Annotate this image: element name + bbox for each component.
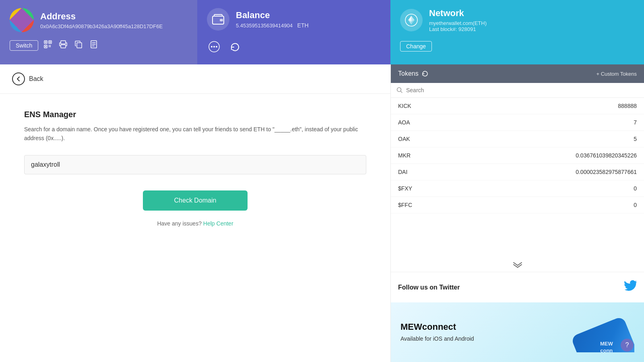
svg-rect-4 (50, 41, 51, 43)
token-name: OAK (398, 136, 410, 142)
svg-point-18 (213, 46, 215, 48)
network-site: myetherwallet.com(ETH) (429, 20, 487, 26)
token-name: $FXY (398, 185, 412, 192)
svg-rect-15 (220, 19, 223, 21)
svg-marker-22 (411, 16, 415, 21)
mewconnect-title: MEWconnect (400, 322, 474, 332)
switch-button[interactable]: Switch (10, 40, 38, 51)
token-search-input[interactable] (406, 87, 638, 93)
ens-description: Search for a domain name. Once you have … (24, 125, 366, 143)
token-value: 0 (634, 185, 637, 192)
refresh-icon[interactable] (228, 40, 242, 56)
domain-input[interactable] (24, 155, 366, 174)
token-list: KICK888888AOA7OAK5MKR0.03676103982034522… (391, 98, 644, 257)
svg-point-17 (211, 46, 213, 48)
network-info: Network myetherwallet.com(ETH) Last bloc… (429, 8, 487, 32)
tokens-title: Tokens (398, 70, 428, 77)
token-row: AOA7 (391, 114, 644, 131)
eth-icon (400, 9, 423, 31)
search-icon (396, 87, 403, 93)
refresh-tokens-icon[interactable] (422, 70, 428, 77)
tokens-header: Tokens + Custom Tokens (391, 64, 644, 83)
network-title: Network (429, 8, 487, 19)
ens-panel: Back ENS Manager Search for a domain nam… (0, 64, 390, 362)
address-value: 0x0A6c3Df4dA90879b3426a3A90ff45a128D17DF… (40, 23, 163, 29)
token-name: $FFC (398, 202, 412, 208)
back-button[interactable] (12, 72, 25, 85)
svg-rect-3 (45, 41, 46, 43)
header: Address 0x0A6c3Df4dA90879b3426a3A90ff45a… (0, 0, 644, 64)
qr-icon[interactable] (42, 39, 54, 51)
token-name: AOA (398, 119, 410, 126)
token-name: MKR (398, 152, 411, 159)
svg-rect-8 (49, 46, 50, 47)
wallet-icon (207, 8, 229, 31)
ens-title: ENS Manager (24, 110, 366, 119)
mewconnect-text: MEWconnect Available for iOS and Android (400, 322, 474, 343)
token-name: DAI (398, 169, 407, 175)
check-domain-button[interactable]: Check Domain (143, 190, 248, 211)
svg-rect-11 (61, 45, 66, 48)
address-title: Address (40, 11, 163, 22)
token-row: KICK888888 (391, 98, 644, 114)
ens-form: ENS Manager Search for a domain name. On… (0, 94, 390, 243)
twitter-text: Follow us on Twitter (398, 284, 460, 291)
address-panel: Address 0x0A6c3Df4dA90879b3426a3A90ff45a… (0, 0, 197, 64)
svg-rect-5 (45, 46, 46, 47)
balance-actions (207, 40, 381, 56)
back-label: Back (29, 75, 43, 83)
help-text: Have any issues? Help Center (24, 220, 366, 227)
balance-title: Balance (236, 10, 309, 21)
balance-panel: Balance 5.453595135639414904 ETH (197, 0, 390, 64)
token-search-bar (391, 83, 644, 98)
token-value: 0 (634, 202, 637, 208)
mewconnect-banner: MEWconnect Available for iOS and Android… (391, 302, 644, 362)
token-row: MKR0.036761039820345226 (391, 147, 644, 164)
token-value: 0.036761039820345226 (576, 152, 637, 159)
print-icon[interactable] (58, 39, 69, 51)
svg-rect-6 (49, 45, 50, 46)
change-button[interactable]: Change (400, 41, 432, 52)
network-block: Last block#: 928091 (429, 26, 487, 32)
address-actions: Switch (10, 39, 188, 51)
avatar (10, 8, 34, 32)
network-panel: Network myetherwallet.com(ETH) Last bloc… (390, 0, 644, 64)
file-icon[interactable] (88, 39, 99, 51)
token-row: OAK5 (391, 131, 644, 147)
svg-rect-10 (61, 41, 66, 44)
address-info: Address 0x0A6c3Df4dA90879b3426a3A90ff45a… (40, 11, 163, 29)
twitter-icon (624, 280, 637, 294)
svg-rect-9 (50, 46, 51, 47)
token-row: $FFC0 (391, 197, 644, 213)
show-more-button[interactable] (391, 257, 644, 272)
help-center-link[interactable]: Help Center (203, 220, 233, 227)
token-row: DAI0.000023582975877661 (391, 164, 644, 180)
token-value: 0.000023582975877661 (576, 169, 637, 175)
token-name: KICK (398, 103, 411, 109)
main-content: Back ENS Manager Search for a domain nam… (0, 64, 644, 362)
balance-info: Balance 5.453595135639414904 ETH (236, 10, 309, 29)
mewconnect-subtitle: Available for iOS and Android (400, 335, 474, 343)
token-value: 7 (634, 119, 637, 126)
token-value: 888888 (618, 103, 637, 109)
svg-marker-21 (408, 16, 411, 21)
custom-tokens-link[interactable]: + Custom Tokens (596, 71, 637, 77)
token-value: 5 (634, 136, 637, 142)
twitter-section[interactable]: Follow us on Twitter (391, 272, 644, 302)
balance-value: 5.453595135639414904 ETH (236, 22, 309, 29)
svg-point-19 (216, 46, 217, 48)
back-bar: Back (0, 64, 390, 94)
token-row: $FXY0 (391, 180, 644, 197)
copy-icon[interactable] (73, 39, 84, 51)
help-fab-button[interactable]: ? (621, 339, 634, 352)
more-options-icon[interactable] (207, 40, 221, 56)
svg-rect-7 (50, 45, 51, 46)
svg-rect-12 (77, 43, 82, 48)
sidebar: Tokens + Custom Tokens KICK888888AOA7OAK… (390, 64, 644, 362)
